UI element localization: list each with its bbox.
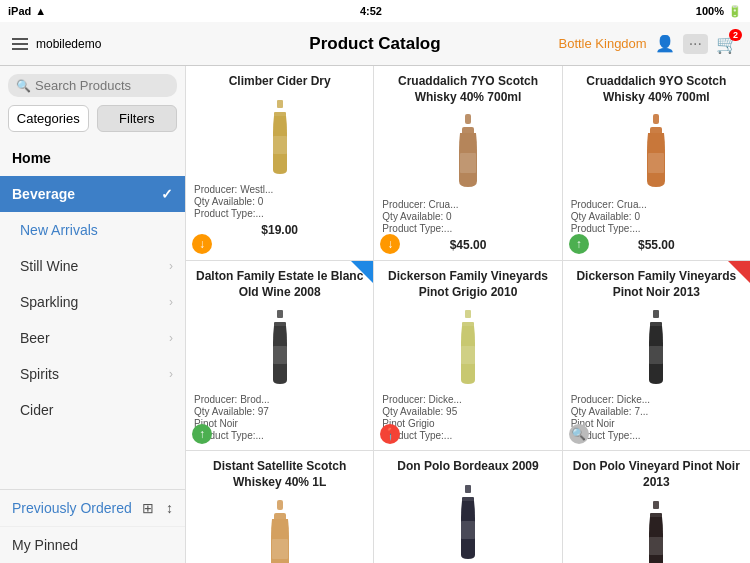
product-card[interactable]: Distant Satellite Scotch Whiskey 40% 1L …: [186, 451, 373, 563]
svg-rect-10: [274, 322, 286, 328]
search-input[interactable]: [35, 78, 169, 93]
sidebar-item-spirits[interactable]: Spirits ›: [0, 356, 185, 392]
store-mobile-label: mobiledemo: [36, 37, 101, 51]
svg-rect-18: [277, 500, 283, 510]
nav-right: Bottle Kingdom 👤 ··· 🛒 2: [558, 33, 738, 55]
svg-rect-7: [650, 127, 662, 135]
product-info: Producer: Dicke...Qty Available: 7...Pin…: [571, 394, 742, 442]
product-image: [636, 308, 676, 388]
cart-count: 2: [729, 29, 742, 41]
product-image: [636, 499, 676, 563]
sidebar-item-sparkling[interactable]: Sparkling ›: [0, 284, 185, 320]
product-card[interactable]: Cruaddalich 9YO Scotch Whisky 40% 700ml …: [563, 66, 750, 260]
hamburger-button[interactable]: [12, 38, 28, 50]
product-card[interactable]: Don Polo Bordeaux 2009 Producer: Don...Q…: [374, 451, 561, 563]
product-card[interactable]: Don Polo Vineyard Pinot Noir 2013 Produc…: [563, 451, 750, 563]
chevron-right-icon: ›: [169, 259, 173, 273]
filter-buttons: Categories Filters: [0, 105, 185, 140]
main-layout: 🔍 Categories Filters Home Beverage ✓ New…: [0, 66, 750, 563]
status-right: 100% 🔋: [696, 5, 742, 18]
ribbon-tag: [351, 261, 373, 283]
product-name: Cruaddalich 9YO Scotch Whisky 40% 700ml: [571, 74, 742, 105]
sidebar-item-previously-ordered[interactable]: Previously Ordered ⊞ ↕: [0, 490, 185, 526]
product-card[interactable]: Dickerson Family Vineyards Pinot Grigio …: [374, 261, 561, 450]
svg-rect-13: [462, 322, 474, 328]
sidebar-item-home[interactable]: Home: [0, 140, 185, 176]
user-icon[interactable]: 👤: [655, 34, 675, 53]
status-left: iPad ▲: [8, 5, 46, 17]
product-info: Producer: Crua...Qty Available: 0Product…: [571, 199, 742, 235]
product-image: [448, 113, 488, 193]
nav-title: Product Catalog: [309, 34, 440, 54]
battery-icon: 🔋: [728, 5, 742, 18]
sidebar-item-cider[interactable]: Cider: [0, 392, 185, 428]
svg-rect-11: [273, 346, 287, 364]
svg-rect-23: [461, 521, 475, 539]
product-image: [448, 308, 488, 388]
svg-rect-6: [653, 114, 659, 124]
svg-rect-22: [462, 497, 474, 503]
status-bar: iPad ▲ 4:52 100% 🔋: [0, 0, 750, 22]
product-card[interactable]: Dickerson Family Vineyards Pinot Noir 20…: [563, 261, 750, 450]
sidebar-item-my-pinned[interactable]: My Pinned: [0, 526, 185, 563]
categories-button[interactable]: Categories: [8, 105, 89, 132]
svg-rect-9: [277, 310, 283, 318]
product-name: Climber Cider Dry: [229, 74, 331, 90]
svg-rect-5: [460, 153, 476, 173]
sidebar: 🔍 Categories Filters Home Beverage ✓ New…: [0, 66, 186, 563]
product-name: Distant Satellite Scotch Whiskey 40% 1L: [194, 459, 365, 490]
product-grid: Climber Cider Dry Producer: Westl...Qty …: [186, 66, 750, 563]
product-price: $45.00: [450, 238, 487, 252]
status-icon: 🔍: [569, 424, 589, 444]
more-button[interactable]: ···: [683, 34, 708, 54]
product-name: Dickerson Family Vineyards Pinot Noir 20…: [571, 269, 742, 300]
store-name-label: Bottle Kingdom: [558, 36, 646, 51]
product-image: [448, 483, 488, 563]
search-box: 🔍: [8, 74, 177, 97]
product-info: Producer: Crua...Qty Available: 0Product…: [382, 199, 553, 235]
chevron-right-icon: ›: [169, 295, 173, 309]
product-area: Climber Cider Dry Producer: Westl...Qty …: [186, 66, 750, 563]
sidebar-bottom: Previously Ordered ⊞ ↕ My Pinned: [0, 489, 185, 563]
product-image: [636, 113, 676, 193]
status-icon: ↓: [192, 234, 212, 254]
svg-rect-3: [465, 114, 471, 124]
sidebar-nav: Home Beverage ✓ New Arrivals Still Wine …: [0, 140, 185, 489]
chevron-right-icon: ›: [169, 331, 173, 345]
nav-bar: mobiledemo Product Catalog Bottle Kingdo…: [0, 22, 750, 66]
svg-rect-15: [653, 310, 659, 318]
sidebar-item-still-wine[interactable]: Still Wine ›: [0, 248, 185, 284]
search-icon: 🔍: [16, 79, 31, 93]
product-image: [260, 98, 300, 178]
chevron-right-icon: ›: [169, 367, 173, 381]
svg-rect-14: [461, 346, 475, 364]
product-name: Dickerson Family Vineyards Pinot Grigio …: [382, 269, 553, 300]
product-info: Producer: Brod...Qty Available: 97Pinot …: [194, 394, 365, 442]
svg-rect-19: [274, 513, 286, 521]
sidebar-item-beverage[interactable]: Beverage ✓: [0, 176, 185, 212]
svg-rect-16: [650, 322, 662, 328]
filters-button[interactable]: Filters: [97, 105, 178, 132]
sidebar-item-new-arrivals[interactable]: New Arrivals: [0, 212, 185, 248]
svg-rect-1: [274, 112, 286, 118]
product-info: Producer: Westl...Qty Available: 0Produc…: [194, 184, 365, 220]
product-price: $19.00: [261, 223, 298, 237]
svg-rect-24: [653, 501, 659, 509]
sidebar-item-beer[interactable]: Beer ›: [0, 320, 185, 356]
product-card[interactable]: Cruaddalich 7YO Scotch Whisky 40% 700ml …: [374, 66, 561, 260]
ipad-label: iPad: [8, 5, 31, 17]
ribbon-tag: [728, 261, 750, 283]
arrow-icon[interactable]: ↕: [166, 500, 173, 516]
svg-rect-0: [277, 100, 283, 108]
svg-rect-21: [465, 485, 471, 493]
cart-button[interactable]: 🛒 2: [716, 33, 738, 55]
product-name: Dalton Family Estate le Blanc Old Wine 2…: [194, 269, 365, 300]
svg-rect-8: [648, 153, 664, 173]
wifi-icon: ▲: [35, 5, 46, 17]
product-name: Cruaddalich 7YO Scotch Whisky 40% 700ml: [382, 74, 553, 105]
grid-view-icon[interactable]: ⊞: [142, 500, 154, 516]
product-card[interactable]: Climber Cider Dry Producer: Westl...Qty …: [186, 66, 373, 260]
svg-rect-4: [462, 127, 474, 135]
product-card[interactable]: Dalton Family Estate le Blanc Old Wine 2…: [186, 261, 373, 450]
search-container: 🔍: [0, 66, 185, 105]
